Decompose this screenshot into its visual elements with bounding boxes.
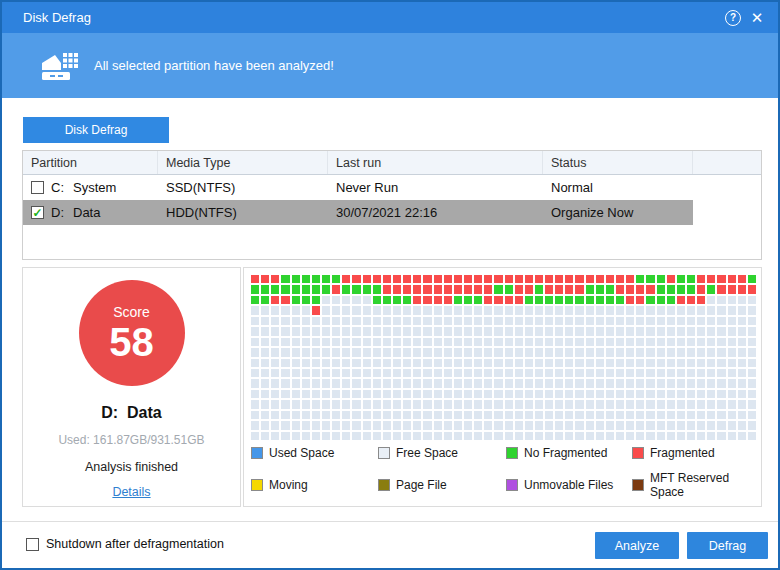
partition-row[interactable]: ✓D:DataHDD(NTFS)30/07/2021 22:16Organize… [23, 200, 761, 225]
map-cell [738, 317, 746, 325]
map-cell [373, 390, 381, 398]
map-cell [687, 359, 695, 367]
map-cell [616, 379, 624, 387]
map-cell [738, 379, 746, 387]
tab-disk-defrag[interactable]: Disk Defrag [23, 117, 169, 143]
shutdown-checkbox[interactable] [26, 538, 39, 551]
legend-label: Used Space [269, 446, 334, 460]
map-cell [626, 285, 634, 293]
map-cell [403, 411, 411, 419]
map-cell [738, 359, 746, 367]
map-cell [373, 421, 381, 429]
map-cell [646, 390, 654, 398]
map-cell [596, 285, 604, 293]
map-cell [697, 306, 705, 314]
map-cell [312, 275, 320, 283]
partition-checkbox[interactable]: ✓ [31, 206, 44, 219]
map-cell [505, 317, 513, 325]
map-cell [271, 348, 279, 356]
map-cell [626, 317, 634, 325]
map-cell [667, 348, 675, 356]
partition-cell: C:System [23, 175, 158, 200]
map-cell [616, 369, 624, 377]
partition-row[interactable]: C:SystemSSD(NTFS)Never RunNormal [23, 175, 761, 200]
map-cell [707, 421, 715, 429]
map-cell [657, 338, 665, 346]
map-cell [352, 327, 360, 335]
map-cell [515, 400, 523, 408]
map-cell [332, 369, 340, 377]
map-cell [565, 275, 573, 283]
map-cell [596, 400, 604, 408]
map-cell [261, 369, 269, 377]
map-cell [332, 296, 340, 304]
title-bar: Disk Defrag ? ✕ [2, 2, 778, 33]
map-cell [545, 432, 553, 440]
map-cell [271, 338, 279, 346]
map-cell [302, 275, 310, 283]
map-cell [606, 421, 614, 429]
status-cell: Normal [543, 175, 693, 200]
column-header-last-run[interactable]: Last run [328, 151, 543, 174]
map-cell [545, 327, 553, 335]
map-cell [464, 306, 472, 314]
map-cell [302, 379, 310, 387]
close-button[interactable]: ✕ [748, 2, 778, 33]
map-cell [464, 390, 472, 398]
map-cell [292, 306, 300, 314]
details-link[interactable]: Details [112, 485, 150, 499]
map-cell [423, 348, 431, 356]
map-cell [484, 296, 492, 304]
map-cell [687, 338, 695, 346]
map-cell [535, 432, 543, 440]
partition-checkbox[interactable] [31, 181, 44, 194]
map-cell [261, 327, 269, 335]
map-cell [586, 421, 594, 429]
map-cell [342, 359, 350, 367]
map-cell [271, 317, 279, 325]
map-cell [363, 432, 371, 440]
column-header-media-type[interactable]: Media Type [158, 151, 328, 174]
map-cell [322, 359, 330, 367]
map-cell [738, 421, 746, 429]
defrag-button[interactable]: Defrag [687, 532, 768, 559]
map-cell [444, 379, 452, 387]
map-cell [586, 317, 594, 325]
map-cell [697, 285, 705, 293]
map-cell [515, 432, 523, 440]
analyze-button[interactable]: Analyze [595, 532, 679, 559]
map-cell [555, 296, 563, 304]
map-cell [515, 421, 523, 429]
map-cell [484, 421, 492, 429]
map-cell [464, 327, 472, 335]
column-header-partition[interactable]: Partition [23, 151, 158, 174]
map-cell [596, 390, 604, 398]
map-cell [575, 306, 583, 314]
map-cell [434, 327, 442, 335]
map-cell [423, 379, 431, 387]
map-cell [626, 411, 634, 419]
map-cell [606, 411, 614, 419]
map-cell [393, 421, 401, 429]
map-cell [403, 359, 411, 367]
map-cell [444, 432, 452, 440]
map-cell [444, 338, 452, 346]
map-cell [616, 327, 624, 335]
map-cell [484, 359, 492, 367]
map-cell [515, 296, 523, 304]
map-cell [332, 379, 340, 387]
map-cell [363, 348, 371, 356]
map-cell [342, 348, 350, 356]
map-cell [352, 317, 360, 325]
map-cell [575, 275, 583, 283]
map-cell [454, 400, 462, 408]
map-cell [373, 379, 381, 387]
map-cell [302, 285, 310, 293]
legend-label: Moving [269, 478, 308, 492]
map-cell [717, 327, 725, 335]
status-cell: Organize Now [543, 200, 693, 225]
map-cell [292, 359, 300, 367]
column-header-status[interactable]: Status [543, 151, 693, 174]
help-button[interactable]: ? [718, 2, 748, 33]
map-cell [505, 369, 513, 377]
